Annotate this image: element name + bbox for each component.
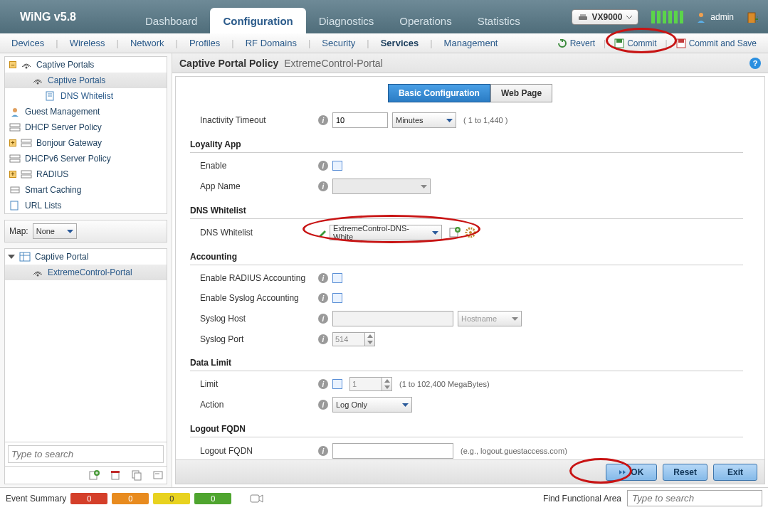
tree-captive-portals[interactable]: Captive Portals: [5, 73, 167, 88]
subnav-profiles[interactable]: Profiles: [185, 38, 224, 48]
logout-fqdn-input[interactable]: [332, 443, 453, 459]
logout-icon[interactable]: [747, 11, 758, 23]
tree-smart-caching[interactable]: Smart Caching: [5, 182, 167, 198]
reset-button[interactable]: Reset: [663, 464, 707, 481]
action-select[interactable]: Log Only: [332, 397, 412, 413]
event-count-critical[interactable]: 0: [70, 493, 107, 504]
acct-syslog-checkbox[interactable]: [332, 293, 342, 303]
tree-bonjour[interactable]: + Bonjour Gateway: [5, 135, 167, 151]
tree-label: DNS Whitelist: [61, 91, 113, 101]
subnav-security[interactable]: Security: [317, 38, 359, 48]
syslog-port-input[interactable]: [332, 332, 365, 346]
tree2-captive-portal[interactable]: Captive Portal: [5, 249, 167, 265]
collapse-icon[interactable]: –: [9, 61, 16, 68]
loyalty-app-select[interactable]: [332, 179, 431, 194]
info-icon[interactable]: i: [318, 446, 328, 456]
collapse-icon[interactable]: [8, 253, 15, 260]
commit-button[interactable]: Commit: [610, 38, 661, 48]
svg-rect-1: [580, 14, 586, 16]
map-select[interactable]: None: [33, 223, 77, 239]
tree-url-lists[interactable]: URL Lists: [5, 198, 167, 213]
info-icon[interactable]: i: [318, 293, 328, 303]
page-title: Captive Portal Policy: [179, 58, 278, 69]
info-icon[interactable]: i: [318, 314, 328, 324]
device-selector[interactable]: VX9000: [572, 9, 639, 25]
tree-search-input[interactable]: [8, 445, 164, 463]
syslog-port-stepper[interactable]: [332, 332, 375, 346]
info-icon[interactable]: i: [318, 161, 328, 171]
info-icon[interactable]: i: [318, 181, 328, 191]
tree-dns-whitelist[interactable]: DNS Whitelist: [5, 88, 167, 104]
copy-icon[interactable]: [131, 469, 142, 481]
user-menu[interactable]: admin: [696, 11, 734, 23]
info-icon[interactable]: i: [318, 334, 328, 344]
create-icon[interactable]: [449, 227, 461, 238]
tab-statistics[interactable]: Statistics: [465, 8, 533, 33]
step-down-icon[interactable]: [365, 339, 374, 346]
datalimit-checkbox[interactable]: [332, 379, 342, 389]
datalimit-stepper[interactable]: [349, 377, 392, 391]
acct-radius-checkbox[interactable]: [332, 273, 342, 283]
svg-rect-5: [616, 39, 622, 43]
subnav-management[interactable]: Management: [440, 38, 503, 48]
loyalty-enable-checkbox[interactable]: [332, 161, 342, 171]
syslog-host-type-select[interactable]: Hostname: [458, 311, 522, 326]
inactivity-unit-select[interactable]: Minutes: [392, 112, 456, 128]
inactivity-unit: Minutes: [396, 116, 424, 124]
tree2-extremecontrol[interactable]: ExtremeControl-Portal: [5, 265, 167, 280]
tab-dashboard[interactable]: Dashboard: [132, 8, 210, 33]
info-icon[interactable]: i: [318, 379, 328, 389]
tab-configuration[interactable]: Configuration: [210, 8, 305, 33]
ok-button[interactable]: OK: [606, 464, 657, 481]
dns-whitelist-select[interactable]: ExtremeControl-DNS-White: [330, 225, 442, 240]
step-down-icon[interactable]: [382, 384, 391, 390]
info-icon[interactable]: i: [318, 400, 328, 410]
syslog-host-input[interactable]: [332, 311, 453, 326]
delete-icon[interactable]: [110, 469, 121, 481]
main-tab-basic[interactable]: Basic Configuration: [388, 84, 490, 102]
subnav-wireless[interactable]: Wireless: [65, 38, 110, 48]
revert-label: Revert: [570, 38, 595, 48]
map-label: Map:: [9, 226, 28, 236]
event-count-notice[interactable]: 0: [153, 493, 190, 504]
find-area-input[interactable]: [627, 490, 762, 506]
subnav-network[interactable]: Network: [126, 38, 169, 48]
ok-icon: [619, 469, 628, 476]
tab-operations[interactable]: Operations: [386, 8, 464, 33]
datalimit-hint: (1 to 102,400 MegaBytes): [399, 380, 490, 388]
tree-captive-portals-root[interactable]: – Captive Portals: [5, 57, 167, 73]
subnav-services[interactable]: Services: [377, 38, 424, 48]
step-up-icon[interactable]: [365, 333, 374, 339]
camera-icon[interactable]: [250, 494, 264, 504]
subnav-devices[interactable]: Devices: [7, 38, 48, 48]
datalimit-input[interactable]: [349, 377, 382, 391]
svg-rect-25: [20, 252, 30, 261]
tree-dhcp-server[interactable]: DHCP Server Policy: [5, 119, 167, 135]
tree-guest-mgmt[interactable]: Guest Management: [5, 104, 167, 119]
tab-diagnostics[interactable]: Diagnostics: [306, 8, 387, 33]
subnav-rfdomains[interactable]: RF Domains: [241, 38, 301, 48]
main-tab-webpage[interactable]: Web Page: [490, 84, 552, 102]
inactivity-input[interactable]: [332, 112, 388, 128]
revert-button[interactable]: Revert: [553, 38, 599, 48]
exit-button[interactable]: Exit: [713, 464, 757, 481]
svg-rect-16: [21, 139, 31, 142]
tree-radius[interactable]: + RADIUS: [5, 166, 167, 182]
expand-icon[interactable]: +: [9, 171, 16, 178]
help-icon[interactable]: ?: [749, 58, 761, 69]
pencil-icon[interactable]: [318, 228, 327, 237]
info-icon[interactable]: i: [318, 115, 328, 125]
event-count-warning[interactable]: 0: [112, 493, 149, 504]
tree-label: Smart Caching: [25, 185, 81, 195]
logout-hint: (e.g., logout.guestaccess.com): [461, 447, 567, 455]
commit-save-button[interactable]: Commit and Save: [672, 38, 761, 48]
rename-icon[interactable]: [152, 469, 164, 481]
tree-dhcpv6[interactable]: DHCPv6 Server Policy: [5, 151, 167, 166]
gear-icon[interactable]: [465, 227, 476, 238]
add-icon[interactable]: [88, 469, 100, 481]
expand-icon[interactable]: +: [9, 139, 16, 147]
step-up-icon[interactable]: [382, 378, 391, 384]
event-count-info[interactable]: 0: [194, 493, 231, 504]
info-icon[interactable]: i: [318, 273, 328, 283]
tree-label: Guest Management: [25, 107, 100, 117]
